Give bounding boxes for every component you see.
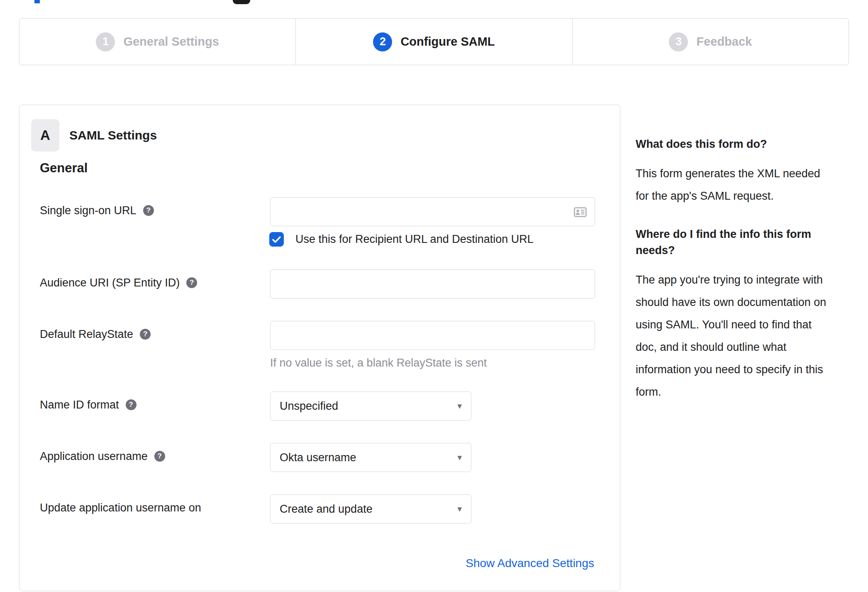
recipient-url-checkbox-label: Use this for Recipient URL and Destinati… (295, 233, 534, 246)
configure-saml-page: { "colors": { "accent_blue": "#1662dd", … (0, 0, 868, 592)
single-sign-on-url-label-cell: Single sign-on URL ? (40, 197, 270, 224)
audience-uri-label: Audience URI (SP Entity ID) (40, 276, 180, 289)
step-1-label: General Settings (123, 35, 219, 49)
step-1-number-badge: 1 (96, 32, 115, 51)
default-relaystate-label-cell: Default RelayState ? (40, 321, 270, 347)
audience-uri-input[interactable] (270, 269, 595, 298)
update-application-username-label-cell: Update application username on (40, 494, 270, 521)
help-icon[interactable]: ? (140, 329, 151, 340)
page-top-dark-fragment (233, 0, 250, 4)
update-application-username-row: Update application username on Create an… (40, 494, 471, 524)
step-2-number-badge: 2 (373, 32, 392, 51)
update-application-username-select[interactable]: Create and update ▾ (270, 494, 471, 524)
section-title: SAML Settings (69, 128, 157, 142)
general-group-title: General (40, 161, 88, 176)
step-general-settings[interactable]: 1 General Settings (20, 19, 295, 65)
name-id-format-label-cell: Name ID format ? (40, 391, 270, 418)
chevron-down-icon: ▾ (457, 453, 462, 462)
help-icon[interactable]: ? (143, 205, 154, 216)
sidebar-heading-what: What does this form do? (636, 136, 851, 152)
sidebar-body-where: The app you're trying to integrate with … (636, 269, 851, 403)
name-id-format-label: Name ID format (40, 399, 119, 411)
single-sign-on-url-label: Single sign-on URL (40, 204, 137, 217)
application-username-row: Application username ? Okta username ▾ (40, 443, 471, 472)
contact-card-icon[interactable] (574, 207, 587, 217)
checkmark-icon (272, 236, 281, 243)
name-id-format-select[interactable]: Unspecified ▾ (270, 391, 471, 421)
step-3-label: Feedback (696, 35, 752, 49)
saml-settings-header: A SAML Settings (31, 119, 157, 152)
application-username-select[interactable]: Okta username ▾ (270, 443, 471, 472)
saml-settings-card: A SAML Settings General Single sign-on U… (19, 105, 620, 591)
single-sign-on-url-input[interactable] (270, 197, 595, 226)
update-application-username-label: Update application username on (40, 501, 201, 514)
audience-uri-row: Audience URI (SP Entity ID) ? (40, 269, 595, 298)
default-relaystate-row: Default RelayState ? If no value is set,… (40, 321, 595, 369)
help-icon[interactable]: ? (126, 399, 137, 410)
chevron-down-icon: ▾ (457, 401, 462, 411)
name-id-format-row: Name ID format ? Unspecified ▾ (40, 391, 471, 421)
step-configure-saml[interactable]: 2 Configure SAML (295, 19, 572, 65)
audience-uri-input-wrap (270, 269, 595, 298)
step-feedback[interactable]: 3 Feedback (572, 19, 848, 65)
help-sidebar: What does this form do? This form genera… (636, 136, 851, 422)
name-id-format-value: Unspecified (280, 400, 338, 413)
default-relaystate-hint: If no value is set, a blank RelayState i… (270, 357, 595, 369)
sidebar-body-what: This form generates the XML needed for t… (636, 162, 851, 207)
single-sign-on-url-row: Single sign-on URL ? (40, 197, 595, 226)
audience-uri-label-cell: Audience URI (SP Entity ID) ? (40, 269, 270, 296)
single-sign-on-url-input-wrap (270, 197, 595, 226)
application-username-label: Application username (40, 450, 148, 463)
default-relaystate-input-wrap: If no value is set, a blank RelayState i… (270, 321, 595, 369)
update-application-username-value: Create and update (280, 503, 373, 516)
page-top-blue-fragment (34, 0, 40, 3)
help-icon[interactable]: ? (154, 451, 165, 462)
chevron-down-icon: ▾ (457, 504, 462, 514)
section-a-badge: A (31, 119, 59, 152)
step-3-number-badge: 3 (669, 32, 688, 51)
step-2-label: Configure SAML (400, 35, 495, 49)
show-advanced-settings-link[interactable]: Show Advanced Settings (466, 557, 594, 570)
recipient-url-checkbox[interactable] (269, 232, 284, 247)
application-username-label-cell: Application username ? (40, 443, 270, 470)
sidebar-heading-where: Where do I find the info this form needs… (636, 226, 851, 259)
application-username-value: Okta username (280, 451, 356, 464)
default-relaystate-label: Default RelayState (40, 328, 133, 341)
default-relaystate-input[interactable] (270, 321, 595, 350)
recipient-url-checkbox-row: Use this for Recipient URL and Destinati… (269, 232, 534, 247)
wizard-stepper: 1 General Settings 2 Configure SAML 3 Fe… (19, 18, 849, 65)
help-icon[interactable]: ? (186, 277, 197, 288)
